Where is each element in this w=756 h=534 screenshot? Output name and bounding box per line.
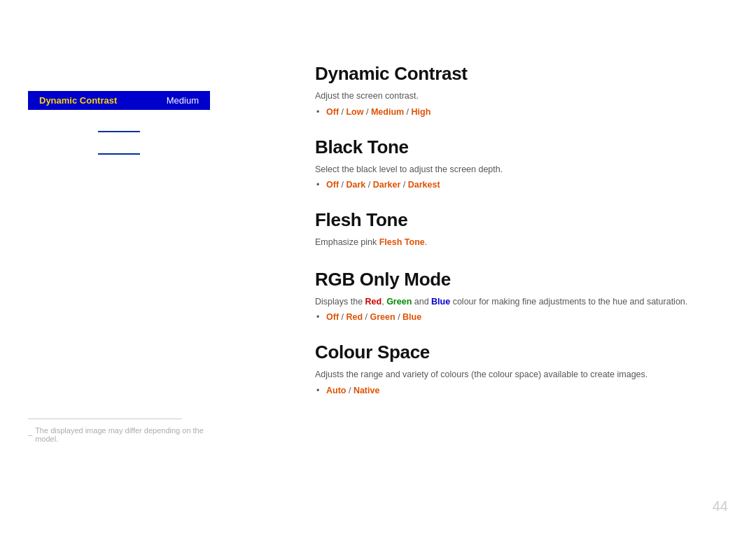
section-desc-flesh-tone: Emphasize pink Flesh Tone. <box>315 237 714 249</box>
divider-line-1 <box>98 131 140 132</box>
opt-sep: / <box>346 386 353 395</box>
left-panel: Dynamic Contrast Medium The displayed im… <box>0 0 238 534</box>
bottom-divider <box>28 419 182 419</box>
opt-sep: / <box>339 180 346 190</box>
menu-item-value: Medium <box>167 95 199 106</box>
opt-sep: / <box>339 312 346 322</box>
opt-sep: / <box>363 107 370 117</box>
opt-auto: Auto <box>326 386 346 395</box>
section-title-colour-space: Colour Space <box>315 342 714 363</box>
opt-sep: / <box>396 312 402 322</box>
section-title-black-tone: Black Tone <box>315 136 714 158</box>
opt-medium: Medium <box>371 107 404 117</box>
opt-sep: / <box>365 180 372 190</box>
bottom-section: The displayed image may differ depending… <box>28 419 224 443</box>
options-colour-space: Auto / Native <box>315 386 714 395</box>
opt-off: Off <box>326 312 339 322</box>
opt-green: Green <box>386 297 412 307</box>
section-desc-dynamic-contrast: Adjust the screen contrast. <box>315 90 714 103</box>
opt-sep: / <box>363 312 370 322</box>
menu-item-label: Dynamic Contrast <box>39 95 117 106</box>
section-black-tone: Black Tone Select the black level to adj… <box>315 136 714 190</box>
opt-native: Native <box>354 386 380 395</box>
bottom-note: The displayed image may differ depending… <box>28 426 224 443</box>
section-colour-space: Colour Space Adjusts the range and varie… <box>315 342 714 395</box>
opt-green-option: Green <box>370 312 396 322</box>
right-panel: Dynamic Contrast Adjust the screen contr… <box>238 0 756 534</box>
opt-sep: / <box>339 107 346 117</box>
option-item: Off / Low / Medium / High <box>326 107 714 117</box>
opt-dark: Dark <box>346 180 365 190</box>
opt-blue: Blue <box>431 297 450 307</box>
section-desc-rgb-only-mode: Displays the Red, Green and Blue colour … <box>315 296 714 309</box>
opt-darkest: Darkest <box>408 180 440 190</box>
section-dynamic-contrast: Dynamic Contrast Adjust the screen contr… <box>315 63 714 117</box>
section-flesh-tone: Flesh Tone Emphasize pink Flesh Tone. <box>315 209 714 249</box>
page-number: 44 <box>713 498 728 514</box>
option-item: Off / Red / Green / Blue <box>326 312 714 322</box>
options-dynamic-contrast: Off / Low / Medium / High <box>315 107 714 117</box>
opt-red-option: Red <box>346 312 363 322</box>
opt-sep: / <box>400 180 407 190</box>
opt-red: Red <box>365 297 382 307</box>
section-title-rgb-only-mode: RGB Only Mode <box>315 269 714 290</box>
opt-off: Off <box>326 180 339 190</box>
divider-line-2 <box>98 153 140 155</box>
options-rgb-only-mode: Off / Red / Green / Blue <box>315 312 714 322</box>
options-black-tone: Off / Dark / Darker / Darkest <box>315 180 714 190</box>
opt-high: High <box>412 107 431 117</box>
option-item: Auto / Native <box>326 386 714 395</box>
opt-low: Low <box>346 107 363 117</box>
opt-flesh-tone: Flesh Tone <box>379 237 425 247</box>
opt-darker: Darker <box>373 180 401 190</box>
opt-off: Off <box>326 107 339 117</box>
page-container: Dynamic Contrast Medium The displayed im… <box>0 0 756 534</box>
section-desc-colour-space: Adjusts the range and variety of colours… <box>315 369 714 381</box>
menu-item-highlight: Dynamic Contrast Medium <box>28 91 210 110</box>
opt-sep: / <box>404 107 411 117</box>
section-rgb-only-mode: RGB Only Mode Displays the Red, Green an… <box>315 269 714 323</box>
opt-blue-option: Blue <box>402 312 421 322</box>
option-item: Off / Dark / Darker / Darkest <box>326 180 714 190</box>
section-title-dynamic-contrast: Dynamic Contrast <box>315 63 714 85</box>
section-title-flesh-tone: Flesh Tone <box>315 209 714 231</box>
section-desc-black-tone: Select the black level to adjust the scr… <box>315 164 714 176</box>
